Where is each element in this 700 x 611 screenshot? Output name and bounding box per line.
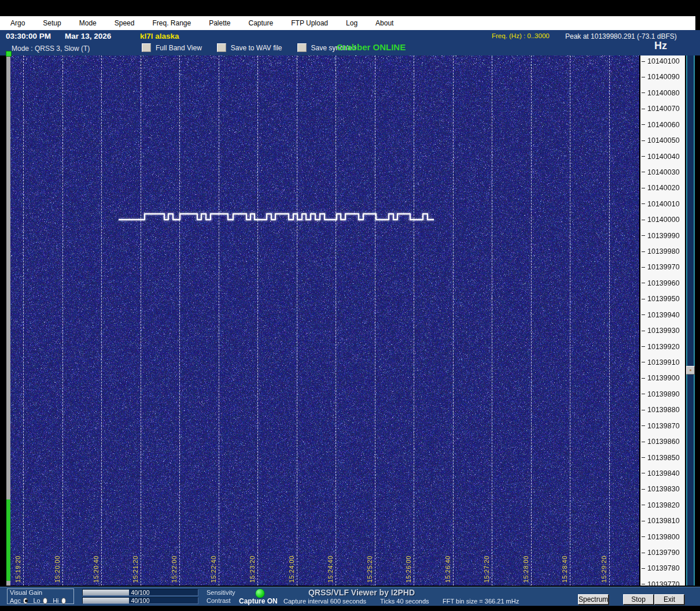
freq-tick-mark — [642, 203, 645, 204]
menu-item-setup[interactable]: Setup — [37, 19, 73, 27]
freq-value: 10140010 — [647, 200, 680, 208]
menu-item-ftp-upload[interactable]: FTP Upload — [285, 19, 340, 27]
checkbox-save-synch-ed[interactable] — [297, 43, 307, 52]
freq-scale-row: 10139890 — [640, 390, 680, 398]
freq-tick-mark — [642, 140, 645, 141]
time-tick-label: 15:24:00 — [288, 556, 295, 583]
time-tick-label: 15:19:20 — [14, 556, 21, 583]
time-gridline — [336, 55, 336, 586]
freq-tick-mark — [642, 283, 645, 283]
freq-value: 10140050 — [647, 136, 680, 145]
freq-scale-row: 10140090 — [640, 73, 680, 81]
freq-tick-mark — [642, 442, 645, 442]
visual-gain-label-agc: Agc — [10, 597, 21, 604]
freq-scale-row: 10140040 — [640, 153, 680, 161]
capture-progress-tip — [6, 581, 10, 586]
callsign-label: kl7l alaska — [140, 32, 179, 40]
time-gridline — [101, 55, 102, 586]
waterfall-display — [10, 55, 639, 586]
time-gridline — [375, 55, 375, 586]
freq-value: 10139820 — [647, 501, 680, 509]
freq-tick-mark — [642, 314, 645, 315]
radio-agc[interactable] — [23, 598, 28, 604]
checkbox-label-full-band-view: Full Band View — [156, 44, 202, 52]
freq-scale-row: 10139900 — [640, 374, 680, 382]
freq-tick-mark — [642, 521, 645, 521]
freq-value: 10140030 — [647, 168, 680, 176]
freq-value: 10140020 — [647, 184, 680, 192]
checkbox-full-band-view[interactable] — [142, 43, 151, 52]
freq-scale-row: 10139910 — [640, 358, 680, 366]
menu-item-log[interactable]: Log — [340, 19, 370, 27]
menu-item-capture[interactable]: Capture — [243, 19, 286, 27]
time-tick-label: 15:29:20 — [600, 556, 607, 583]
menu-item-argo[interactable]: Argo — [5, 19, 37, 27]
contrast-slider[interactable]: 40/100 — [82, 597, 198, 604]
argo-window: ArgoSetupModeSpeedFreq. RangePaletteCapt… — [0, 0, 700, 611]
stop-button[interactable]: Stop — [623, 594, 654, 605]
time-gridline — [609, 55, 610, 586]
time-tick-label: 15:25:20 — [366, 556, 373, 583]
time-gridline — [179, 55, 180, 586]
radio-lo[interactable] — [43, 598, 47, 604]
spectrum-button[interactable]: Spectrum — [578, 594, 609, 605]
freq-tick-mark — [642, 220, 645, 220]
menu-item-freq-range[interactable]: Freq. Range — [146, 19, 203, 27]
time-gridline — [141, 55, 141, 586]
freq-value: 10139890 — [647, 390, 680, 398]
freq-tick-mark — [642, 346, 645, 347]
time-tick-label: 15:26:40 — [444, 556, 451, 583]
visual-gain-group: Visual Gain AgcLoHi — [7, 588, 74, 604]
freq-value: 10140090 — [647, 73, 680, 81]
freq-scale-row: 10139840 — [640, 469, 680, 477]
freq-value: 10139830 — [647, 485, 680, 493]
menu-item-about[interactable]: About — [370, 19, 406, 27]
freq-tick-mark — [642, 109, 645, 109]
freq-tick-mark — [642, 299, 645, 299]
freq-scale-row: 10139930 — [640, 327, 680, 335]
freq-scale-row: 10139800 — [640, 533, 680, 541]
freq-value: 10139930 — [647, 327, 680, 335]
freq-value: 10140100 — [647, 57, 680, 65]
peak-readout: Peak at 10139980.291 (-73.1 dBFS) — [565, 32, 677, 40]
freq-scale-row: 10139870 — [640, 422, 680, 430]
checkbox-save-to-wav-file[interactable] — [217, 43, 226, 52]
exit-button[interactable]: Exit — [654, 594, 684, 605]
freq-tick-mark — [642, 378, 645, 379]
frequency-offset-track[interactable] — [686, 55, 695, 586]
freq-scale-row: 10140020 — [640, 184, 680, 192]
freq-value: 10139840 — [647, 469, 680, 477]
freq-scale-row: 10139880 — [640, 406, 680, 414]
capture-interval-info: Capture interval 600 seconds — [283, 598, 366, 605]
mode-label: Mode : QRSS 3, Slow (T) — [12, 45, 90, 53]
time-gridline — [414, 55, 414, 586]
freq-tick-mark — [642, 331, 645, 331]
radio-hi[interactable] — [61, 598, 66, 604]
freq-tick-mark — [642, 410, 645, 410]
menu-item-mode[interactable]: Mode — [73, 19, 109, 27]
menu-item-palette[interactable]: Palette — [203, 19, 242, 27]
visual-gain-label-lo: Lo — [33, 597, 40, 604]
freq-tick-mark — [642, 489, 645, 490]
clock-date: Mar 13, 2026 — [65, 32, 111, 40]
app-title: QRSS/VLF Viewer by I2PHD — [275, 588, 448, 597]
capture-progress-fill — [6, 499, 10, 581]
freq-value: 10139780 — [647, 564, 680, 572]
visual-gain-options: AgcLoHi — [10, 597, 71, 604]
frequency-offset-thumb[interactable] — [686, 366, 695, 375]
time-tick-label: 15:20:40 — [93, 556, 100, 583]
freq-scale-row: 10139830 — [640, 485, 680, 493]
freq-value: 10140080 — [647, 89, 680, 97]
time-tick-label: 15:20:00 — [54, 556, 61, 583]
freq-tick-mark — [642, 394, 645, 394]
fft-bin-info: FFT bin size = 366.21 mHz — [443, 598, 519, 605]
sensitivity-slider[interactable]: 40/100 — [82, 589, 198, 596]
time-tick-label: 15:28:40 — [561, 556, 568, 583]
menu-item-speed[interactable]: Speed — [109, 19, 147, 27]
freq-scale-row: 10140100 — [640, 57, 680, 65]
freq-scale-row: 10140030 — [640, 168, 680, 176]
freq-value: 10139970 — [647, 263, 680, 271]
freq-tick-mark — [642, 188, 645, 188]
freq-scale-row: 10139990 — [640, 232, 680, 240]
capture-progress-track — [6, 57, 10, 499]
